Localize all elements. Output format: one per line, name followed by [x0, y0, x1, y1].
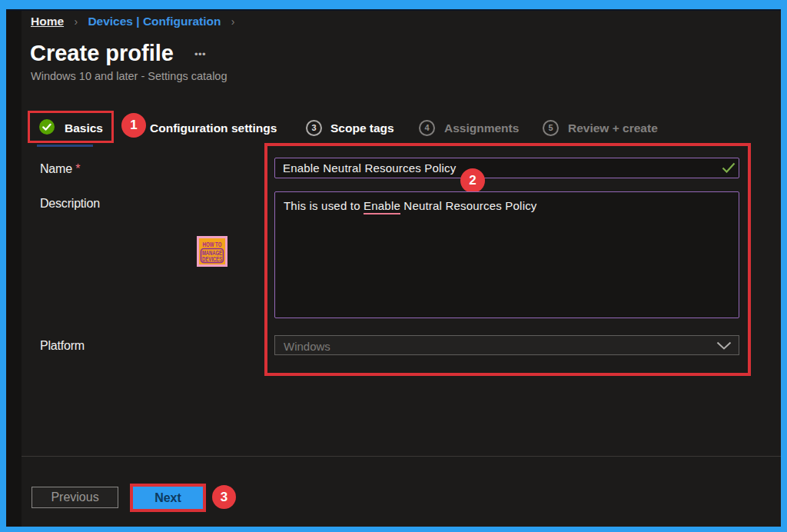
svg-text:HOW TO: HOW TO	[203, 241, 222, 248]
svg-text:DEVICES: DEVICES	[202, 255, 222, 263]
